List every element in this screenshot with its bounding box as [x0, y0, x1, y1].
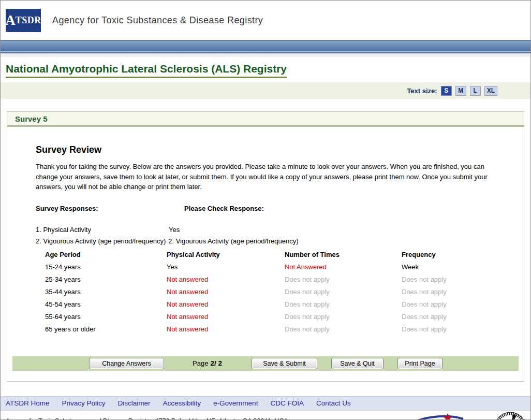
text-size-s-button[interactable]: S: [441, 86, 452, 96]
page-indicator: Page2/ 2: [193, 359, 227, 367]
text-size-toolbar: Text size: SMLXL: [1, 82, 530, 99]
table-cell: Does not apply: [402, 298, 511, 311]
main-content: Survey 5 Survey Review Thank you for tak…: [1, 99, 530, 389]
survey-panel-title: Survey 5: [7, 112, 524, 127]
table-row: 65 years or olderNot answeredDoes not ap…: [45, 323, 511, 336]
table-cell: 65 years or older: [45, 323, 167, 336]
footer-link-contact-us[interactable]: Contact Us: [316, 399, 351, 407]
table-cell: Does not apply: [402, 323, 511, 336]
question-1-label: 1. Physical Activity: [36, 226, 169, 234]
site-header: ATSDR Agency for Toxic Substances & Dise…: [1, 1, 530, 40]
table-cell: Not answered: [167, 311, 285, 323]
footer-info: Agency for Toxic Substances and Disease …: [1, 411, 530, 420]
table-cell: 35-44 years: [45, 286, 167, 298]
table-cell: Not answered: [167, 323, 285, 336]
text-size-buttons: SMLXL: [441, 86, 497, 96]
table-cell: Not answered: [167, 298, 285, 311]
table-cell: Does not apply: [285, 323, 402, 336]
question-2-row: 2. Vigourous Activity (age period/freque…: [36, 237, 500, 245]
change-answers-button[interactable]: Change Answers: [89, 358, 164, 369]
check-response-header: Please Check Response:: [184, 205, 264, 212]
table-cell: Yes: [167, 261, 285, 273]
footer-nav: ATSDR HomePrivacy PolicyDisclaimerAccess…: [1, 396, 530, 411]
column-header-2: Number of Times: [285, 249, 402, 261]
save-quit-button[interactable]: Save & Quit: [331, 358, 384, 369]
text-size-xl-button[interactable]: XL: [484, 86, 497, 96]
responses-table-header-row: Age PeriodPhysical ActivityNumber of Tim…: [45, 249, 511, 261]
question-2-check: 2. Vigourous Activity (age period/freque…: [168, 237, 298, 245]
action-bar: Change Answers Page2/ 2 Save & Submit Sa…: [12, 356, 519, 371]
footer-link-disclaimer[interactable]: Disclaimer: [118, 399, 151, 407]
table-row: 15-24 yearsYesNot AnsweredWeek: [45, 261, 511, 273]
hhs-seal-icon[interactable]: [493, 411, 527, 420]
table-cell: Not Answered: [285, 261, 402, 273]
footer-link-atsdr-home[interactable]: ATSDR Home: [6, 399, 50, 407]
save-submit-button[interactable]: Save & Submit: [252, 358, 317, 369]
print-page-button[interactable]: Print Page: [397, 358, 443, 369]
atsdr-logo[interactable]: ATSDR: [6, 9, 41, 32]
footer-link-e-government[interactable]: e-Government: [213, 399, 258, 407]
text-size-label: Text size:: [407, 87, 437, 95]
survey-panel: Survey 5 Survey Review Thank you for tak…: [7, 111, 524, 382]
survey-review-section: Survey Review Thank you for taking the s…: [7, 127, 524, 336]
footer-link-accessibility[interactable]: Accessibility: [163, 399, 201, 407]
table-cell: Week: [402, 261, 511, 273]
table-cell: Not answered: [167, 286, 285, 298]
table-cell: 45-54 years: [45, 298, 167, 311]
table-cell: Does not apply: [402, 273, 511, 286]
table-row: 55-64 yearsNot answeredDoes not applyDoe…: [45, 311, 511, 323]
table-cell: Does not apply: [285, 273, 402, 286]
survey-intro-text: Thank you for taking the survey. Below a…: [36, 162, 500, 192]
column-header-3: Frequency: [402, 249, 511, 261]
table-cell: 55-64 years: [45, 311, 167, 323]
table-cell: 25-34 years: [45, 273, 167, 286]
responses-table: Age PeriodPhysical ActivityNumber of Tim…: [45, 249, 511, 336]
responses-section-headers: Survey Responses: Please Check Response:: [36, 205, 500, 212]
table-cell: Does not apply: [285, 311, 402, 323]
table-cell: Not answered: [167, 273, 285, 286]
column-header-0: Age Period: [45, 249, 167, 261]
table-cell: Does not apply: [285, 298, 402, 311]
text-size-m-button[interactable]: M: [455, 86, 466, 96]
question-1-row: 1. Physical Activity Yes: [36, 226, 500, 234]
column-header-1: Physical Activity: [167, 249, 285, 261]
table-row: 45-54 yearsNot answeredDoes not applyDoe…: [45, 298, 511, 311]
table-cell: Does not apply: [402, 286, 511, 298]
responses-table-body: 15-24 yearsYesNot AnsweredWeek25-34 year…: [45, 261, 511, 336]
atsdr-logo-letter: A: [5, 12, 16, 28]
page-label: Page: [193, 359, 208, 367]
agency-name: Agency for Toxic Substances & Disease Re…: [52, 15, 263, 26]
table-cell: Does not apply: [285, 286, 402, 298]
question-2-label: 2. Vigourous Activity (age period/freque…: [36, 237, 166, 245]
table-row: 25-34 yearsNot answeredDoes not applyDoe…: [45, 273, 511, 286]
table-cell: 15-24 years: [45, 261, 167, 273]
survey-review-heading: Survey Review: [36, 144, 500, 155]
footer-link-cdc-foia[interactable]: CDC FOIA: [270, 399, 304, 407]
header-divider-bar: [1, 40, 530, 53]
atsdr-logo-letters: TSDR: [16, 15, 41, 26]
table-row: 35-44 yearsNot answeredDoes not applyDoe…: [45, 286, 511, 298]
page-title: National Amyotrophic Lateral Sclerosis (…: [6, 63, 287, 78]
page: ATSDR Agency for Toxic Substances & Dise…: [0, 0, 531, 420]
text-size-l-button[interactable]: L: [470, 86, 481, 96]
table-cell: Does not apply: [402, 311, 511, 323]
header-gray-strip: [1, 53, 530, 57]
footer-link-privacy-policy[interactable]: Privacy Policy: [62, 399, 106, 407]
question-1-answer: Yes: [169, 226, 180, 234]
usagov-logo[interactable]: USA .gov Government Made Easy: [397, 413, 486, 420]
survey-responses-header: Survey Responses:: [36, 205, 184, 212]
page-value: 2/ 2: [210, 359, 222, 367]
